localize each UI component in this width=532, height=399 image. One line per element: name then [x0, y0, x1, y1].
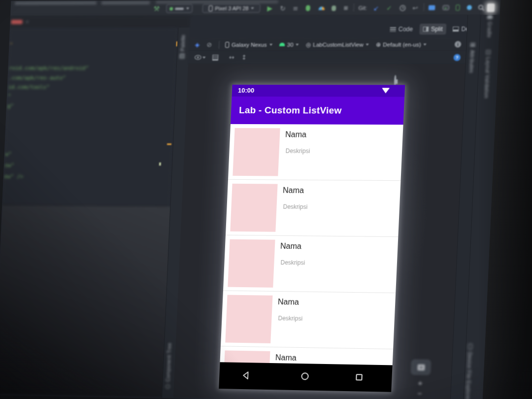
item-thumbnail: [230, 184, 277, 232]
item-name: Nama: [283, 186, 304, 195]
toolbar-separator: [353, 3, 354, 11]
apply-changes-icon[interactable]: ↻: [280, 4, 286, 13]
run-button[interactable]: ▶: [267, 4, 273, 13]
list-item[interactable]: Nama Deskripsi: [223, 235, 398, 294]
editor-tab-bar: ×: [10, 16, 190, 28]
search-everywhere-icon[interactable]: [478, 3, 485, 12]
profiler-icon[interactable]: [318, 3, 325, 12]
status-time: 10:00: [238, 87, 255, 94]
code-line: ew" />: [4, 173, 23, 180]
nav-home-button[interactable]: [301, 372, 309, 380]
run-configuration-select[interactable]: [166, 4, 193, 13]
layout-validation-icon: [486, 50, 491, 55]
build-hammer-icon[interactable]: ⚒: [153, 4, 160, 13]
window-menu-text: [101, 1, 150, 4]
file-tab-activity-main[interactable]: [11, 20, 23, 24]
list-item[interactable]: Nama Deskripsi: [221, 291, 396, 349]
rollback-undo-icon[interactable]: ↩: [412, 3, 418, 12]
device-menu-label: Galaxy Nexus: [232, 41, 267, 47]
chevron-down-icon: [251, 7, 254, 9]
device-selector[interactable]: Pixel 3 API 28: [202, 4, 260, 13]
history-clock-icon[interactable]: [399, 3, 406, 12]
debug-bug-icon[interactable]: [305, 3, 310, 12]
locale-menu[interactable]: ⊕ Default (en-us): [376, 41, 427, 48]
item-description: Deskripsi: [285, 147, 310, 154]
zoom-in-button[interactable]: +: [410, 378, 430, 387]
code-line: ": [8, 93, 11, 100]
list-view[interactable]: Nama Deskripsi Nama Deskripsi Nama Deskr…: [220, 124, 403, 366]
editor-caret-marker: [159, 162, 161, 166]
split-tab-label: Split: [431, 26, 443, 33]
locale-label: Default (en-us): [383, 41, 421, 47]
item-description: Deskripsi: [280, 259, 305, 266]
fold-marker-icon[interactable]: ⌄: [9, 40, 13, 45]
orientation-variant-icon[interactable]: ⊘: [206, 41, 212, 48]
tab-code[interactable]: Code: [386, 24, 417, 34]
device-menu[interactable]: Galaxy Nexus: [225, 41, 272, 47]
view-options-eye-icon[interactable]: [194, 55, 205, 60]
scrollbar-warning-dash: [167, 143, 171, 145]
file-tab-close-icon[interactable]: ×: [25, 19, 29, 24]
tab-split[interactable]: Split: [419, 24, 446, 34]
code-line: roid.com/apk/res/android": [9, 65, 89, 71]
orientation-vertical-icon[interactable]: ↕: [241, 54, 247, 61]
avd-manager-icon[interactable]: [456, 3, 460, 12]
android-icon: [279, 43, 285, 46]
tab-component-tree[interactable]: Component Tree: [165, 342, 172, 389]
orientation-horizontal-icon[interactable]: ↔: [229, 54, 235, 61]
device-file-explorer-icon: [468, 343, 472, 349]
zoom-out-button[interactable]: −: [410, 389, 430, 398]
list-item[interactable]: Nama Deskripsi: [228, 124, 403, 181]
design-toolbar: ◈ ⊘ Galaxy Nexus 30 ◎ LabCustomListView …: [189, 38, 466, 51]
git-commit-check-icon[interactable]: ✓: [386, 3, 392, 12]
theme-label: LabCustomListView: [313, 41, 364, 47]
tab-palette[interactable]: Palette: [180, 34, 186, 59]
zoom-to-fit-button[interactable]: [411, 360, 431, 375]
code-line: id.com/tools": [8, 84, 49, 90]
attach-debugger-icon[interactable]: [332, 3, 336, 12]
phone-preview[interactable]: 10:00 Lab - Custom ListView Nama Deskrip…: [219, 85, 405, 392]
wrench-icon[interactable]: [394, 75, 397, 85]
theme-menu[interactable]: ◎ LabCustomListView: [305, 41, 369, 48]
help-icon[interactable]: ?: [453, 54, 461, 61]
app-bar: Lab - Custom ListView: [231, 97, 404, 125]
code-line: .com/apk/res-auto": [8, 75, 66, 81]
chevron-down-icon: [366, 43, 369, 45]
component-tree-label: Component Tree: [165, 342, 172, 382]
item-thumbnail: [228, 239, 275, 288]
layout-validation-label: Layout Validation: [483, 57, 491, 99]
logcat-terminal-icon[interactable]: ▸: [442, 3, 449, 12]
issue-panel-icon[interactable]: [212, 54, 218, 60]
tab-attributes[interactable]: Attributes: [468, 43, 475, 73]
nav-recents-button[interactable]: [356, 374, 363, 380]
module-icon: [169, 7, 173, 10]
chevron-down-icon: [269, 43, 272, 45]
android-studio-window: ⚒ Pixel 3 API 28 ▶ ↻ ≡ ■ Git: ↙ ✓ ↩: [0, 0, 500, 399]
render-issues-icon[interactable]: i: [455, 41, 462, 47]
main-toolbar: ⚒ Pixel 3 API 28 ▶ ↻ ≡ ■ Git: ↙ ✓ ↩: [10, 0, 500, 16]
tab-layout-validation[interactable]: Layout Validation: [483, 50, 491, 99]
item-description: Deskripsi: [283, 203, 307, 210]
tab-device-file-explorer[interactable]: Device File Explorer: [465, 343, 473, 399]
status-bar: 10:00: [232, 85, 405, 97]
api-level-menu[interactable]: 30: [279, 41, 299, 47]
chevron-down-icon: [424, 43, 427, 45]
design-mode-icon: [453, 27, 459, 32]
device-file-explorer-label: Device File Explorer: [465, 352, 473, 399]
item-name: Nama: [278, 298, 299, 307]
apply-code-changes-icon[interactable]: ≡: [293, 4, 299, 13]
globe-icon: ⊕: [376, 41, 381, 48]
nav-back-button[interactable]: [241, 370, 251, 382]
stud-assistant-icon[interactable]: [487, 3, 495, 12]
phone-icon: [225, 41, 230, 47]
design-surface-icon[interactable]: ◈: [195, 41, 200, 48]
stop-button[interactable]: ■: [343, 3, 348, 12]
project-folder-icon[interactable]: [429, 3, 435, 12]
sdk-manager-icon[interactable]: [466, 3, 472, 12]
palette-grid-icon: [180, 54, 185, 59]
list-item[interactable]: Nama Deskripsi: [226, 180, 400, 237]
device-selector-label: Pixel 3 API 28: [215, 5, 249, 11]
chevron-down-icon: [296, 43, 299, 45]
tab-gradle[interactable]: Gradle: [486, 15, 493, 37]
git-update-icon[interactable]: ↙: [373, 3, 379, 12]
